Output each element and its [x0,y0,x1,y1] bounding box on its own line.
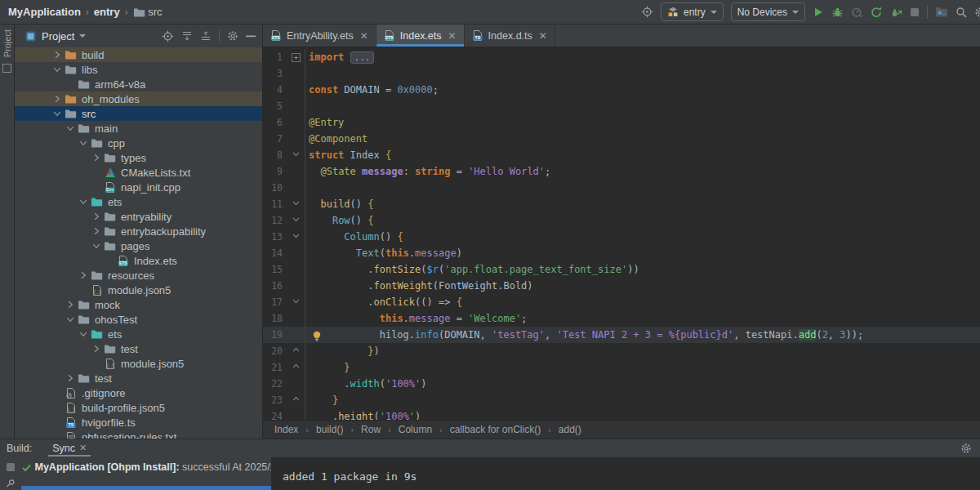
tree-item-entrybackupability[interactable]: entrybackupability [15,224,262,238]
code-line-12[interactable]: 12 Row() { [263,212,980,229]
fold-collapsed-icon[interactable]: + [292,53,301,62]
line-number[interactable]: 16 [263,278,287,294]
tree-item-hvigorfile-ts[interactable]: TShvigorfile.ts [15,415,262,430]
chevron-right-icon[interactable] [52,50,62,60]
line-number[interactable]: 13 [263,229,287,245]
line-number[interactable]: 5 [263,98,287,114]
fold-expand-icon[interactable] [292,212,301,229]
tab-sync[interactable]: Sync ✕ [48,441,91,457]
line-number[interactable]: 6 [263,114,287,131]
tree-item-test[interactable]: test [15,341,262,356]
code-line-9[interactable]: 9 @State message: string = 'Hello World'… [263,163,980,180]
close-icon[interactable]: ✕ [79,443,87,453]
line-number[interactable]: 19 [263,327,287,343]
code-line-18[interactable]: 18 this.message = 'Welcome'; [263,310,980,327]
tree-item--gitignore[interactable]: .gitignore [15,385,262,400]
search-icon[interactable] [956,7,967,18]
code-line-14[interactable]: 14 Text(this.message) [263,245,980,261]
fold-expand-icon[interactable] [292,196,301,212]
code-line-3[interactable]: 3 [263,65,980,82]
breadcrumb-item[interactable]: MyApplication [8,6,81,18]
line-number[interactable]: 23 [263,392,287,408]
build-selected-row[interactable] [21,486,271,490]
line-number[interactable]: 1 [263,49,287,65]
target-icon[interactable] [641,6,653,18]
tree-item-pages[interactable]: pages [15,238,262,253]
tree-item-mock[interactable]: mock [15,297,262,312]
code-line-20[interactable]: 20 }) [263,343,980,359]
tree-item-oh-modules[interactable]: oh_modules [15,91,262,106]
breadcrumb-item[interactable]: add() [559,424,581,435]
code-line-4[interactable]: 4const DOMAIN = 0x0000; [263,82,980,98]
code-line-23[interactable]: 23 } [263,392,980,408]
close-tab-icon[interactable]: ✕ [360,30,368,42]
fold-end-icon[interactable] [292,359,301,376]
close-tab-icon[interactable]: ✕ [539,30,547,42]
breadcrumb-item[interactable]: Row [361,424,381,435]
settings-icon[interactable] [227,30,238,42]
chevron-right-icon[interactable] [52,94,62,104]
chevron-down-icon[interactable] [52,109,62,118]
tree-item-arm64-v8a[interactable]: arm64-v8a [15,77,262,91]
pin-icon[interactable] [6,479,16,488]
code-line-16[interactable]: 16 .fontWeight(FontWeight.Bold) [263,278,980,294]
breadcrumb-item[interactable]: Column [399,424,432,435]
chevron-down-icon[interactable] [78,197,88,207]
run-icon[interactable] [813,7,824,18]
tree-item-cpp[interactable]: cpp [15,136,262,150]
code-line-1[interactable]: 1+import ... [263,49,980,65]
code-line-21[interactable]: 21 } [263,359,980,376]
tree-item-main[interactable]: main [15,121,262,136]
settings-icon[interactable] [974,7,980,18]
tree-item-build-profile-json5[interactable]: {..}build-profile.json5 [15,400,262,415]
fold-expand-icon[interactable] [292,147,301,163]
line-number[interactable]: 17 [263,294,287,310]
settings-icon[interactable] [960,443,972,454]
chevron-down-icon[interactable] [52,65,62,74]
chevron-right-icon[interactable] [91,344,101,354]
line-number[interactable]: 9 [263,163,287,180]
stop-icon[interactable] [910,7,920,17]
code-line-22[interactable]: 22 .width('100%') [263,376,980,392]
line-number[interactable]: 10 [263,180,287,196]
breadcrumb-item[interactable]: build() [316,424,343,435]
tree-item-obfuscation-rules-txt[interactable]: obfuscation-rules.txt [15,430,262,439]
tree-item-build[interactable]: build [15,47,262,62]
tab-index-ets[interactable]: ETSIndex.ets✕ [376,24,465,47]
code-line-5[interactable]: 5 [263,98,980,114]
code-line-6[interactable]: 6@Entry [263,114,980,131]
close-tab-icon[interactable]: ✕ [448,30,457,42]
breadcrumb-item[interactable]: src [133,6,163,18]
build-console[interactable]: added 1 package in 9s [271,457,980,490]
line-number[interactable]: 7 [263,131,287,147]
fold-expand-icon[interactable] [292,229,301,245]
line-number[interactable]: 3 [263,65,287,82]
line-number[interactable]: 21 [263,359,287,376]
fold-end-icon[interactable] [292,343,301,359]
line-number[interactable]: 18 [263,310,287,327]
debug-icon[interactable] [831,7,844,18]
chevron-down-icon[interactable] [65,314,75,324]
chevron-down-icon[interactable] [78,329,88,339]
rerun-icon[interactable] [871,7,883,18]
code-line-17[interactable]: 17 .onClick(() => { [263,294,980,310]
line-number[interactable]: 11 [263,196,287,212]
line-number[interactable]: 22 [263,376,287,392]
chevron-right-icon[interactable] [91,153,101,163]
build-status-row[interactable]: MyApplication [Ohpm Install]: successful… [21,457,271,490]
chevron-down-icon[interactable] [91,241,101,251]
chevron-right-icon[interactable] [91,212,101,221]
code-line-8[interactable]: 8struct Index { [263,147,980,163]
code-line-15[interactable]: 15 .fontSize($r('app.float.page_text_fon… [263,261,980,278]
line-number[interactable]: 20 [263,343,287,359]
fold-expand-icon[interactable] [292,294,301,310]
tree-item-cmakelists-txt[interactable]: CMakeLists.txt [15,165,262,180]
chevron-right-icon[interactable] [78,270,88,280]
device-selector[interactable]: No Devices [731,2,805,21]
expand-all-icon[interactable] [181,30,193,42]
tree-item-index-ets[interactable]: ETSIndex.ets [15,253,262,268]
line-number[interactable]: 24 [263,408,287,420]
chevron-down-icon[interactable] [79,34,86,38]
locate-icon[interactable] [162,30,174,42]
fold-end-icon[interactable] [292,392,301,408]
